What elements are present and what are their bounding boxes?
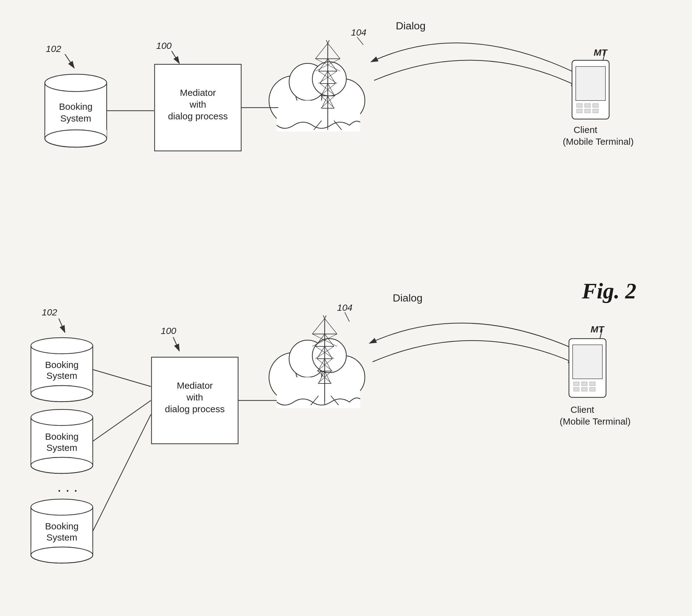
svg-rect-75 — [31, 386, 92, 394]
svg-line-51 — [321, 96, 334, 108]
svg-rect-58 — [577, 104, 582, 107]
svg-line-25 — [328, 40, 329, 43]
svg-line-136 — [318, 371, 331, 383]
svg-text:System: System — [46, 443, 77, 453]
svg-line-71 — [173, 337, 179, 351]
svg-line-132 — [316, 346, 334, 359]
svg-rect-62 — [585, 109, 590, 113]
svg-rect-79 — [31, 418, 93, 465]
svg-line-35 — [320, 71, 328, 84]
svg-point-9 — [45, 130, 107, 147]
svg-rect-8 — [45, 130, 107, 139]
svg-line-50 — [321, 96, 334, 108]
svg-point-83 — [31, 458, 93, 473]
svg-line-110 — [325, 315, 326, 319]
svg-rect-61 — [577, 109, 582, 113]
svg-point-76 — [31, 386, 93, 402]
svg-line-34 — [328, 59, 337, 71]
svg-rect-72 — [31, 346, 93, 394]
svg-rect-145 — [574, 387, 579, 391]
svg-line-32 — [328, 43, 340, 59]
svg-line-37 — [321, 84, 328, 96]
svg-text:Dialog: Dialog — [393, 292, 423, 304]
svg-text:dialog process: dialog process — [168, 111, 228, 121]
svg-line-53 — [357, 37, 363, 45]
svg-line-98 — [93, 369, 151, 386]
svg-text:(Mobile Terminal): (Mobile Terminal) — [563, 136, 634, 147]
svg-line-131 — [316, 346, 334, 359]
svg-line-148 — [600, 330, 602, 339]
svg-text:. . .: . . . — [57, 479, 78, 495]
svg-line-123 — [325, 359, 331, 371]
svg-line-109 — [323, 315, 325, 319]
svg-rect-146 — [582, 387, 587, 391]
svg-point-73 — [31, 338, 93, 354]
svg-point-103 — [295, 345, 342, 391]
svg-point-106 — [312, 339, 346, 373]
svg-rect-90 — [31, 547, 92, 555]
svg-line-118 — [316, 334, 325, 346]
svg-line-31 — [316, 43, 328, 59]
svg-rect-94 — [152, 357, 238, 444]
svg-rect-60 — [593, 104, 598, 107]
svg-line-138 — [345, 312, 349, 322]
svg-line-4 — [172, 51, 179, 63]
svg-rect-144 — [590, 382, 595, 386]
svg-point-18 — [295, 68, 342, 114]
svg-line-36 — [328, 71, 336, 84]
svg-text:104: 104 — [337, 302, 352, 313]
svg-rect-141 — [572, 345, 602, 379]
svg-point-80 — [31, 409, 93, 425]
svg-text:MT: MT — [590, 324, 605, 334]
svg-line-42 — [334, 121, 342, 130]
svg-line-134 — [317, 359, 332, 371]
svg-point-19 — [322, 79, 365, 122]
svg-line-24 — [326, 40, 328, 43]
svg-line-45 — [316, 59, 340, 71]
svg-point-7 — [45, 130, 107, 147]
svg-rect-63 — [593, 109, 598, 113]
svg-point-17 — [269, 76, 319, 125]
svg-rect-22 — [277, 101, 360, 131]
svg-point-88 — [31, 499, 93, 515]
svg-point-91 — [31, 547, 93, 563]
svg-text:102: 102 — [42, 307, 57, 317]
svg-text:System: System — [46, 532, 77, 543]
svg-rect-56 — [572, 60, 609, 119]
svg-line-44 — [316, 59, 340, 71]
svg-text:Mediator: Mediator — [180, 87, 216, 98]
svg-line-100 — [93, 415, 151, 531]
svg-point-20 — [289, 63, 326, 101]
svg-line-48 — [320, 84, 336, 96]
svg-line-127 — [331, 396, 339, 405]
svg-point-89 — [31, 547, 93, 563]
svg-line-124 — [319, 371, 325, 383]
svg-text:(Mobile Terminal): (Mobile Terminal) — [560, 416, 631, 426]
svg-line-46 — [319, 71, 337, 84]
svg-point-6 — [45, 74, 107, 91]
svg-point-104 — [322, 356, 365, 399]
svg-line-125 — [325, 371, 331, 383]
svg-line-135 — [318, 371, 331, 383]
svg-text:Booking: Booking — [45, 521, 79, 531]
svg-line-64 — [603, 51, 605, 60]
svg-text:System: System — [46, 370, 77, 381]
svg-text:System: System — [60, 113, 91, 123]
svg-text:Booking: Booking — [59, 102, 92, 112]
svg-text:100: 100 — [156, 41, 172, 51]
svg-line-130 — [312, 334, 337, 346]
svg-line-117 — [325, 319, 337, 334]
svg-line-99 — [93, 401, 151, 441]
svg-line-116 — [312, 319, 325, 334]
svg-text:dialog process: dialog process — [165, 404, 224, 414]
svg-line-38 — [328, 84, 334, 96]
svg-point-105 — [289, 340, 326, 377]
svg-rect-107 — [277, 377, 360, 408]
svg-text:Booking: Booking — [45, 431, 79, 442]
svg-line-120 — [317, 346, 325, 359]
svg-point-21 — [312, 62, 346, 96]
svg-rect-87 — [31, 507, 93, 555]
svg-rect-12 — [155, 64, 241, 151]
svg-line-33 — [319, 59, 328, 71]
svg-line-47 — [319, 71, 337, 84]
